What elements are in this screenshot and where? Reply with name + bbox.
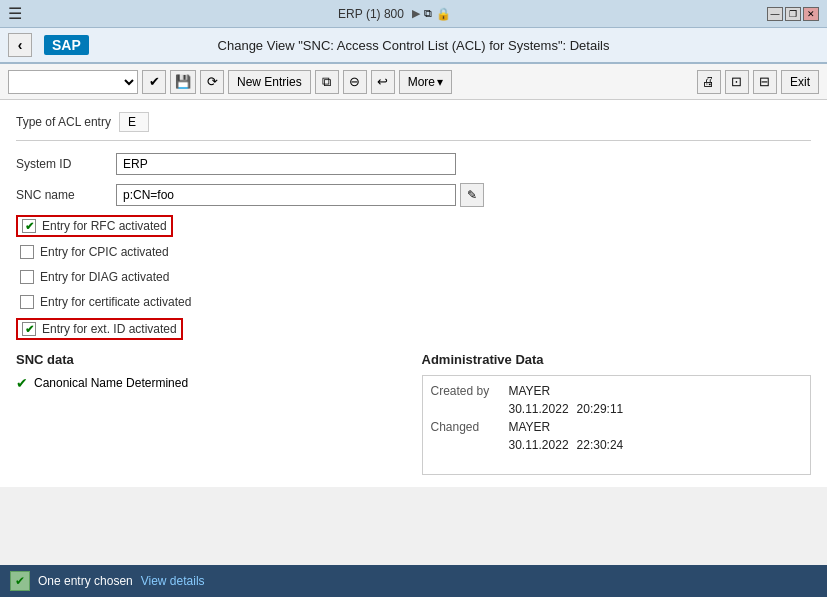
split-button[interactable]: ⊟ <box>753 70 777 94</box>
admin-changed-date: 30.11.2022 <box>509 438 569 452</box>
check-button[interactable]: ✔ <box>142 70 166 94</box>
checkbox-label-cb4: Entry for certificate activated <box>40 295 191 309</box>
header-bar: ‹ SAP Change View "SNC: Access Control L… <box>0 28 827 64</box>
snc-name-label: SNC name <box>16 188 116 202</box>
hamburger-menu-icon[interactable]: ☰ <box>8 4 22 23</box>
refresh-button[interactable]: ⟳ <box>200 70 224 94</box>
checkbox-control-cb5[interactable]: ✔ <box>22 322 36 336</box>
admin-data-section: Administrative Data Created by MAYER 30.… <box>422 352 812 475</box>
admin-table: Created by MAYER 30.11.2022 20:29:11 Cha… <box>422 375 812 475</box>
back-button[interactable]: ‹ <box>8 33 32 57</box>
checkboxes-container: ✔Entry for RFC activatedEntry for CPIC a… <box>16 215 811 340</box>
snc-data-section: SNC data ✔ Canonical Name Determined <box>16 352 406 475</box>
admin-changed-time: 22:30:24 <box>577 438 624 452</box>
lock-icon: 🔒 <box>436 7 451 21</box>
snc-check-icon: ✔ <box>16 375 28 391</box>
checkbox-row-cb3: Entry for DIAG activated <box>16 268 811 287</box>
bottom-sections: SNC data ✔ Canonical Name Determined Adm… <box>16 352 811 475</box>
highlighted-checkbox-cb1: ✔Entry for RFC activated <box>16 215 173 237</box>
admin-created-value: MAYER <box>509 384 551 398</box>
status-check-icon: ✔ <box>10 571 30 591</box>
checkbox-label-cb2: Entry for CPIC activated <box>40 245 169 259</box>
acl-type-row: Type of ACL entry E <box>16 112 811 141</box>
snc-edit-button[interactable]: ✎ <box>460 183 484 207</box>
system-id-field: System ID <box>16 153 811 175</box>
checkbox-label-cb1: Entry for RFC activated <box>42 219 167 233</box>
title-bar-left: ☰ <box>8 4 22 23</box>
print-button[interactable]: 🖨 <box>697 70 721 94</box>
content-area: Type of ACL entry E System ID SNC name ✎… <box>0 100 827 597</box>
admin-created-date-row: 30.11.2022 20:29:11 <box>509 402 803 416</box>
snc-data-title: SNC data <box>16 352 406 367</box>
minimize-button[interactable]: — <box>767 7 783 21</box>
sap-logo: SAP <box>44 35 89 55</box>
checkbox-row-cb1: ✔Entry for RFC activated <box>16 215 811 237</box>
new-entries-button[interactable]: New Entries <box>228 70 311 94</box>
window-icon-button[interactable]: ⊡ <box>725 70 749 94</box>
snc-name-row: ✎ <box>116 183 484 207</box>
save-button[interactable]: 💾 <box>170 70 196 94</box>
admin-created-label: Created by <box>431 384 501 398</box>
checkbox-row-cb4: Entry for certificate activated <box>16 293 811 312</box>
system-label: ERP (1) 800 <box>338 7 404 21</box>
checkbox-control-cb4[interactable] <box>20 295 34 309</box>
chevron-down-icon: ▾ <box>437 75 443 89</box>
admin-changed-value: MAYER <box>509 420 551 434</box>
play-icon[interactable]: ▶ <box>412 7 420 20</box>
system-id-label: System ID <box>16 157 116 171</box>
toolbar: ✔ 💾 ⟳ New Entries ⧉ ⊖ ↩ More ▾ 🖨 ⊡ ⊟ Exi… <box>0 64 827 100</box>
checkbox-cb2: Entry for CPIC activated <box>16 243 173 261</box>
admin-changed-label: Changed <box>431 420 501 434</box>
snc-status-text: Canonical Name Determined <box>34 376 188 390</box>
maximize-button[interactable]: ❐ <box>785 7 801 21</box>
snc-name-input[interactable] <box>116 184 456 206</box>
checkbox-label-cb5: Entry for ext. ID activated <box>42 322 177 336</box>
header-title: Change View "SNC: Access Control List (A… <box>218 38 610 53</box>
admin-changed-date-row: 30.11.2022 22:30:24 <box>509 438 803 452</box>
checkbox-control-cb2[interactable] <box>20 245 34 259</box>
remove-button[interactable]: ⊖ <box>343 70 367 94</box>
checkbox-cb4: Entry for certificate activated <box>16 293 195 311</box>
checkbox-label-cb3: Entry for DIAG activated <box>40 270 169 284</box>
checkbox-control-cb1[interactable]: ✔ <box>22 219 36 233</box>
title-bar: ☰ ERP (1) 800 ▶ ⧉ 🔒 — ❐ ✕ <box>0 0 827 28</box>
copy-button[interactable]: ⧉ <box>315 70 339 94</box>
admin-created-time: 20:29:11 <box>577 402 624 416</box>
copy-window-icon[interactable]: ⧉ <box>424 7 432 20</box>
highlighted-checkbox-cb5: ✔Entry for ext. ID activated <box>16 318 183 340</box>
checkbox-control-cb3[interactable] <box>20 270 34 284</box>
system-id-input[interactable] <box>116 153 456 175</box>
checkbox-row-cb5: ✔Entry for ext. ID activated <box>16 318 811 340</box>
more-button[interactable]: More ▾ <box>399 70 452 94</box>
snc-status: ✔ Canonical Name Determined <box>16 375 406 391</box>
exit-button[interactable]: Exit <box>781 70 819 94</box>
status-text: One entry chosen <box>38 574 133 588</box>
view-details-link[interactable]: View details <box>141 574 205 588</box>
main-content: Type of ACL entry E System ID SNC name ✎… <box>0 100 827 487</box>
close-button[interactable]: ✕ <box>803 7 819 21</box>
undo-button[interactable]: ↩ <box>371 70 395 94</box>
admin-created-row: Created by MAYER <box>431 384 803 398</box>
status-bar: ✔ One entry chosen View details <box>0 565 827 597</box>
acl-type-value: E <box>119 112 149 132</box>
admin-created-date: 30.11.2022 <box>509 402 569 416</box>
admin-changed-row: Changed MAYER <box>431 420 803 434</box>
acl-type-label: Type of ACL entry <box>16 115 111 129</box>
checkbox-row-cb2: Entry for CPIC activated <box>16 243 811 262</box>
admin-data-title: Administrative Data <box>422 352 812 367</box>
snc-name-field: SNC name ✎ <box>16 183 811 207</box>
window-controls: — ❐ ✕ <box>767 7 819 21</box>
command-dropdown[interactable] <box>8 70 138 94</box>
checkbox-cb3: Entry for DIAG activated <box>16 268 173 286</box>
